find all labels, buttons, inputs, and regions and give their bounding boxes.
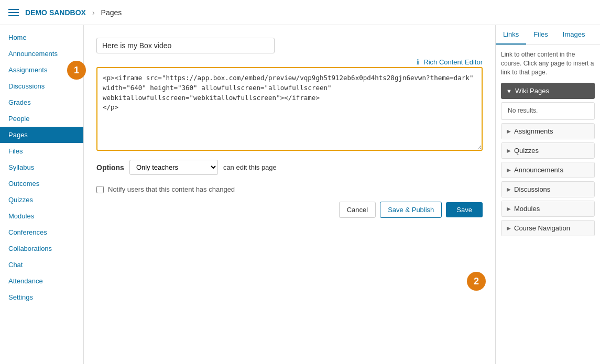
no-results: No results. [501, 103, 594, 119]
breadcrumb-page: Pages [101, 8, 122, 17]
options-row: Options Only teachers Teachers and stude… [96, 160, 483, 175]
course-navigation-chevron: ▶ [507, 225, 511, 231]
options-select[interactable]: Only teachers Teachers and students Anyo… [129, 160, 218, 175]
options-text: can edit this page [223, 163, 277, 171]
sidebar-item-grades[interactable]: Grades [0, 94, 83, 111]
breadcrumb-sep: › [92, 8, 95, 17]
sidebar-item-syllabus[interactable]: Syllabus [0, 159, 83, 175]
section-modules-header[interactable]: ▶ Modules [501, 201, 594, 216]
sidebar-item-announcements[interactable]: Announcements [0, 46, 83, 62]
notify-checkbox[interactable] [96, 186, 104, 193]
topbar: DEMO SANDBOX › Pages [0, 0, 600, 25]
section-discussions-label: Discussions [514, 185, 550, 193]
save-button[interactable]: Save [446, 202, 483, 217]
section-announcements-header[interactable]: ▶ Announcements [501, 162, 594, 178]
wiki-pages-label: Wiki Pages [515, 87, 549, 95]
action-row: Cancel Save & Publish Save [96, 202, 483, 230]
tab-files[interactable]: Files [526, 25, 555, 45]
sidebar-item-outcomes[interactable]: Outcomes [0, 175, 83, 192]
sidebar-item-collaborations[interactable]: Collaborations [0, 240, 83, 257]
section-quizzes-label: Quizzes [514, 147, 539, 155]
section-modules-label: Modules [514, 205, 540, 213]
course-title[interactable]: DEMO SANDBOX [25, 8, 86, 17]
notify-label: Notify users that this content has chang… [108, 185, 235, 193]
section-assignments-header[interactable]: ▶ Assignments [501, 124, 594, 139]
section-modules: ▶ Modules [501, 201, 595, 217]
section-discussions: ▶ Discussions [501, 181, 595, 197]
section-assignments-label: Assignments [514, 127, 553, 135]
badge-1: 1 [84, 61, 86, 80]
info-icon: ℹ [417, 58, 419, 66]
content-editor[interactable]: <p><iframe src="https://app.box.com/embe… [96, 67, 483, 151]
quizzes-chevron: ▶ [507, 148, 511, 153]
badge-2: 2 [467, 272, 486, 291]
sidebar-item-attendance[interactable]: Attendance [0, 273, 83, 289]
page-title-input[interactable] [96, 38, 275, 53]
announcements-chevron: ▶ [507, 167, 511, 173]
rce-bar: ℹ Rich Content Editor [96, 58, 483, 66]
save-publish-button[interactable]: Save & Publish [380, 202, 442, 218]
sidebar-item-settings[interactable]: Settings [0, 289, 83, 305]
sidebar-item-files[interactable]: Files [0, 143, 83, 159]
right-panel: Links Files Images Link to other content… [495, 25, 600, 364]
section-course-navigation-header[interactable]: ▶ Course Navigation [501, 220, 594, 236]
sidebar-item-pages[interactable]: Pages [0, 127, 83, 143]
section-announcements: ▶ Announcements [501, 162, 595, 178]
tab-images[interactable]: Images [555, 25, 593, 45]
hamburger-menu[interactable] [8, 9, 19, 16]
section-quizzes: ▶ Quizzes [501, 142, 595, 159]
sidebar-item-home[interactable]: Home [0, 29, 83, 46]
sidebar-item-modules[interactable]: Modules [0, 208, 83, 224]
wiki-pages-chevron: ▼ [506, 88, 512, 94]
tabs-row: Links Files Images [496, 25, 600, 45]
section-quizzes-header[interactable]: ▶ Quizzes [501, 143, 594, 158]
panel-description: Link to other content in the course. Cli… [496, 45, 600, 80]
section-announcements-label: Announcements [514, 166, 563, 174]
tab-links[interactable]: Links [496, 25, 526, 45]
modules-chevron: ▶ [507, 206, 511, 212]
assignments-chevron: ▶ [507, 128, 511, 134]
section-assignments: ▶ Assignments [501, 123, 595, 139]
wiki-pages-header[interactable]: ▼ Wiki Pages [501, 83, 595, 99]
sidebar-item-chat[interactable]: Chat [0, 257, 83, 273]
discussions-chevron: ▶ [507, 186, 511, 192]
main-content: 1 ℹ Rich Content Editor <p><iframe src="… [84, 25, 495, 364]
section-course-navigation: ▶ Course Navigation [501, 220, 595, 236]
sidebar-item-discussions[interactable]: Discussions [0, 78, 83, 94]
sidebar-item-conferences[interactable]: Conferences [0, 224, 83, 240]
section-course-navigation-label: Course Navigation [514, 224, 570, 232]
sidebar-item-people[interactable]: People [0, 111, 83, 127]
sidebar-item-quizzes[interactable]: Quizzes [0, 192, 83, 208]
options-label: Options [96, 163, 124, 172]
rce-link[interactable]: Rich Content Editor [423, 58, 483, 66]
section-discussions-header[interactable]: ▶ Discussions [501, 182, 594, 197]
cancel-button[interactable]: Cancel [339, 202, 376, 218]
notify-row: Notify users that this content has chang… [96, 185, 483, 193]
